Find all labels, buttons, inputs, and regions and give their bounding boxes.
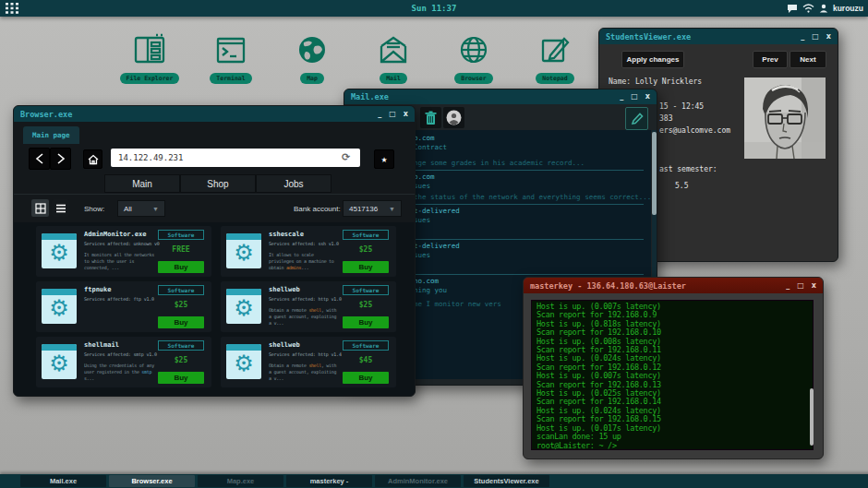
buy-button[interactable]: Buy [158, 316, 204, 328]
maximize-button[interactable]: □ [812, 33, 819, 41]
taskbar-item-masterkey[interactable]: masterkey - [286, 475, 372, 487]
reload-icon[interactable]: ⟳ [342, 151, 350, 163]
bookmark-button[interactable]: ★ [374, 149, 394, 169]
minimize-button[interactable]: _ [378, 111, 381, 118]
mail-titlebar[interactable]: Mail.exe _□x [344, 89, 657, 104]
compose-button[interactable] [625, 107, 648, 130]
terminal-scrollbar[interactable] [810, 388, 814, 446]
desktop-icon-label: Mail [380, 73, 407, 84]
software-app-icon: ⚙ [42, 233, 77, 268]
close-button[interactable]: x [826, 33, 831, 41]
maximize-button[interactable]: □ [389, 111, 396, 118]
mail-subject: Contract [414, 143, 447, 151]
show-filter-select[interactable]: All▼ [117, 200, 165, 217]
software-service: Services affected: ftp v1.0 [84, 296, 154, 302]
mail-sender: t-delivered [414, 242, 460, 250]
contacts-button[interactable] [443, 107, 464, 128]
list-view-button[interactable] [52, 199, 69, 217]
taskbar-item-adminmonitor[interactable]: AdminMonitor.exe [375, 475, 461, 487]
maximize-button[interactable]: □ [797, 282, 804, 290]
window-title: masterkey - 136.64.180.63@Laister [530, 281, 686, 291]
maximize-button[interactable]: □ [631, 93, 638, 101]
home-button[interactable] [83, 149, 102, 169]
close-button[interactable]: x [812, 282, 816, 290]
buy-button[interactable]: Buy [343, 316, 389, 328]
top-bar: Sun 11:37 kurouzu [0, 0, 868, 17]
terminal-output[interactable]: Host is up. (0.007s latency) Scan report… [531, 300, 814, 450]
trash-icon [424, 111, 438, 125]
site-menu-shop[interactable]: Shop [180, 174, 256, 193]
buy-button[interactable]: Buy [158, 372, 204, 384]
chevron-down-icon: ▼ [152, 206, 159, 212]
software-badge: Software [343, 230, 389, 240]
browser-tab-main-page[interactable]: Main page [23, 126, 79, 144]
desktop-icon-file-explorer[interactable]: File Explorer [113, 33, 187, 84]
browser-titlebar[interactable]: Browser.exe _□x [14, 106, 415, 122]
mail-subject: hing you [414, 286, 447, 294]
forward-button[interactable] [50, 148, 71, 170]
desktop-icon-label: Terminal [210, 73, 251, 84]
taskbar-item-studentsviewer[interactable]: StudentsViewer.exe [464, 475, 549, 487]
students-viewer-titlebar[interactable]: StudentsViewer.exe _□x [599, 29, 838, 44]
software-badge: Software [158, 340, 204, 351]
mail-sender: o.com [414, 173, 435, 181]
minimize-button[interactable]: _ [786, 282, 790, 290]
desktop: File Explorer Terminal Map [0, 0, 868, 488]
shop-card: ⚙ sshescale Services affected: ssh v1.0 … [221, 226, 396, 277]
back-button[interactable] [29, 148, 50, 170]
taskbar-item-mail[interactable]: Mail.exe [20, 475, 106, 487]
mail-preview: nge some grades in his academic record..… [414, 159, 585, 167]
minimize-button[interactable]: _ [620, 93, 623, 101]
software-name: shellweb [269, 341, 300, 349]
masterkey-titlebar[interactable]: masterkey - 136.64.180.63@Laister _□x [524, 278, 823, 293]
student-phone-fragment: 383 [659, 114, 672, 123]
taskbar-item-map[interactable]: Map.exe [198, 475, 283, 487]
close-button[interactable]: x [404, 111, 408, 118]
software-app-icon: ⚙ [42, 289, 77, 324]
software-description [84, 307, 156, 327]
next-button[interactable]: Next [790, 51, 826, 68]
site-menu-jobs[interactable]: Jobs [256, 174, 332, 193]
desktop-icon-browser[interactable]: Browser [437, 33, 511, 84]
delete-mail-button[interactable] [420, 107, 441, 128]
url-input[interactable] [111, 149, 360, 167]
grid-view-button[interactable] [31, 199, 49, 217]
clock: Sun 11:37 [0, 4, 868, 13]
window-title: Mail.exe [351, 92, 389, 101]
mail-icon [356, 33, 430, 66]
chevron-left-icon [35, 153, 44, 164]
software-description: It allows to scale privileges on a machi… [269, 252, 341, 272]
buy-button[interactable]: Buy [158, 261, 204, 273]
student-semester-label-fragment: ast semester: [659, 165, 717, 173]
browser-tabstrip: Main page [14, 122, 415, 145]
chat-icon[interactable] [787, 4, 798, 14]
desktop-icon-notepad[interactable]: Notepad [518, 33, 592, 84]
software-price: $25 [158, 356, 204, 364]
bank-account-select[interactable]: 4517136▼ [343, 200, 402, 217]
site-menu-main[interactable]: Main [104, 174, 180, 193]
shop-toolbar: Show: All▼ Bank account: 4517136▼ [14, 194, 415, 223]
terminal-icon [194, 33, 268, 66]
wifi-icon[interactable] [802, 4, 814, 13]
software-app-icon: ⚙ [226, 233, 261, 268]
window-masterkey-terminal: masterkey - 136.64.180.63@Laister _□x Ho… [523, 277, 824, 459]
buy-button[interactable]: Buy [343, 372, 389, 384]
show-filter-label: Show: [84, 205, 104, 213]
taskbar-item-browser[interactable]: Browser.exe [109, 475, 195, 487]
taskbar: Mail.exe Browser.exe Map.exe masterkey -… [0, 474, 868, 488]
desktop-icon-mail[interactable]: Mail [356, 33, 430, 84]
close-button[interactable]: x [645, 93, 650, 101]
desktop-icon-map[interactable]: Map [275, 33, 349, 84]
chevron-right-icon [56, 153, 66, 164]
software-name: shellweb [269, 286, 300, 293]
user-icon[interactable] [819, 4, 828, 13]
student-email-fragment: ers@ualcomve.com [659, 126, 730, 135]
desktop-icon-terminal[interactable]: Terminal [194, 33, 268, 84]
browser-icon [437, 33, 511, 66]
apply-changes-button[interactable]: Apply changes [621, 51, 684, 68]
prev-button[interactable]: Prev [753, 51, 788, 68]
software-price: $25 [343, 245, 389, 254]
software-app-icon: ⚙ [42, 344, 77, 379]
buy-button[interactable]: Buy [343, 261, 389, 273]
minimize-button[interactable]: _ [801, 33, 804, 41]
